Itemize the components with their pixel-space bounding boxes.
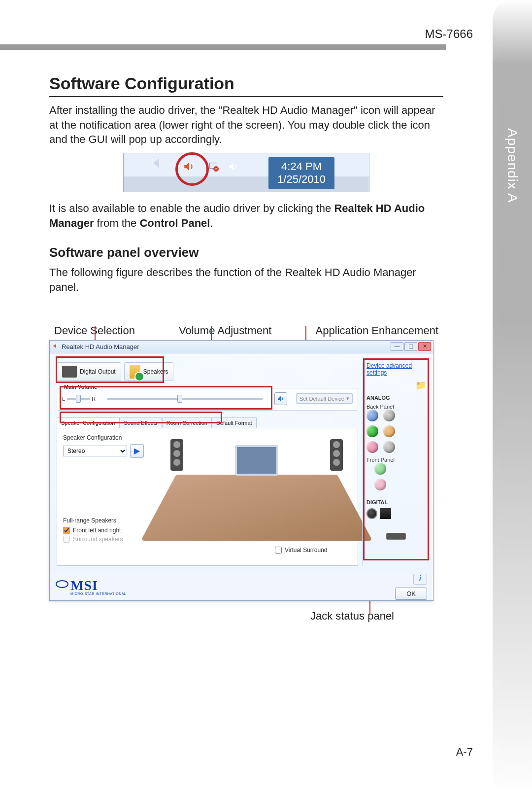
digital-jacks (366, 508, 426, 519)
room-speaker-left-icon (170, 439, 183, 471)
main-volume-box: Main Volume L R Set Default (57, 388, 358, 411)
sound-icon (277, 395, 285, 403)
realtek-tray-icon[interactable] (182, 159, 197, 174)
side-panel: Device advanced settings 📁 ANALOG Back P… (362, 362, 426, 566)
speaker-config-label: Speaker Configuration (63, 434, 152, 441)
tab-panel: Speaker Configuration Stereo ▶ Full-rang… (57, 428, 358, 566)
intro-paragraph: After installing the audio driver, the "… (49, 103, 443, 147)
balance-slider[interactable]: L R (62, 396, 96, 402)
tray-time: 4:24 PM (277, 160, 326, 173)
device-digital-label: Digital Output (80, 368, 116, 375)
device-speakers-label: Speakers (143, 368, 168, 375)
volume-slider[interactable] (107, 398, 263, 400)
speaker-config-select[interactable]: Stereo (63, 446, 127, 456)
jack-green[interactable] (366, 425, 378, 437)
tab-sound-effects[interactable]: Sound Effects (119, 417, 162, 428)
digital-coax-icon[interactable] (366, 508, 377, 519)
chk-virtual-surround[interactable]: Virtual Surround (275, 547, 328, 554)
titlebar: Realtek HD Audio Manager — ▢ ✕ (50, 341, 433, 353)
main-panel: Digital Output Speakers Main Volume L (57, 362, 358, 566)
window-controls: — ▢ ✕ (391, 342, 431, 351)
tab-room-correction[interactable]: Room Correction (162, 417, 212, 428)
jack-grey-1[interactable] (383, 410, 395, 421)
page-number: A-7 (456, 746, 473, 759)
anno-jack-status: Jack status panel (49, 610, 443, 623)
device-advanced-settings-link[interactable]: Device advanced settings (366, 362, 426, 376)
test-play-button[interactable]: ▶ (130, 444, 144, 458)
anno-application-enhancement: Application Enhancement (316, 324, 439, 337)
anno-volume-adjustment: Volume Adjustment (179, 324, 271, 337)
digital-optical-icon[interactable] (380, 508, 391, 519)
device-row: Digital Output Speakers (57, 362, 358, 381)
main-volume-label: Main Volume (62, 384, 99, 390)
window-title: Realtek HD Audio Manager (62, 343, 139, 350)
tab-speaker-configuration[interactable]: Speaker Configuration (57, 417, 119, 428)
window-footer: MSI MICRO-STAR INTERNATIONAL i OK (50, 573, 433, 600)
tab-default-format[interactable]: Default Format (212, 417, 257, 428)
subheading-overview: Software panel overview (49, 245, 443, 260)
jack-grey-2[interactable] (383, 441, 395, 453)
side-tab-label: Appendix A (504, 128, 520, 203)
balance-thumb[interactable] (76, 395, 81, 403)
close-button[interactable]: ✕ (418, 342, 431, 351)
back-panel-jacks (366, 410, 426, 453)
msi-subtext: MICRO-STAR INTERNATIONAL (70, 592, 126, 595)
tray-clock[interactable]: 4:24 PM 1/25/2010 (268, 157, 334, 189)
info-button[interactable]: i (413, 574, 427, 585)
section-title: Software Configuration (49, 74, 443, 97)
front-panel-jacks (374, 463, 426, 490)
speakers-icon (130, 365, 140, 379)
volume-tray-icon[interactable] (226, 159, 241, 174)
set-default-device[interactable]: Set Default Device ▾ (296, 393, 353, 404)
svg-rect-2 (215, 169, 218, 170)
fp-jack-2[interactable] (374, 479, 386, 490)
realtek-window: Realtek HD Audio Manager — ▢ ✕ Digital O… (49, 340, 433, 601)
jack-blue[interactable] (366, 410, 378, 421)
anno-device-selection: Device Selection (54, 324, 135, 337)
systray-figure: 4:24 PM 1/25/2010 (123, 153, 369, 192)
hdmi-port-icon[interactable] (386, 533, 406, 540)
tray-expand-arrow-icon (153, 158, 159, 168)
digital-title: DIGITAL (366, 499, 426, 505)
room-floor (141, 475, 373, 541)
chk-surround: Surround speakers (63, 536, 152, 543)
control-panel-paragraph: It is also available to enable the audio… (49, 201, 443, 230)
tray-date: 1/25/2010 (277, 173, 326, 186)
header-rule (0, 44, 446, 50)
speaker-config-left: Speaker Configuration Stereo ▶ Full-rang… (63, 434, 152, 559)
ok-button[interactable]: OK (395, 588, 427, 600)
room-illustration: Virtual Surround (162, 434, 352, 559)
overview-paragraph: The following figure describes the funct… (49, 265, 443, 294)
content-area: Software Configuration After installing … (49, 74, 443, 623)
mute-button[interactable] (274, 392, 287, 405)
front-panel-label: Front Panel (366, 457, 426, 463)
annotation-row: Device Selection Volume Adjustment Appli… (49, 324, 443, 337)
balance-track (67, 398, 90, 400)
realtek-figure: Realtek HD Audio Manager — ▢ ✕ Digital O… (49, 340, 443, 623)
full-range-title: Full-range Speakers (63, 517, 152, 524)
fp-jack-1[interactable] (374, 463, 386, 475)
back-panel-label: Back Panel (366, 404, 426, 410)
digital-output-icon (62, 366, 77, 378)
maximize-button[interactable]: ▢ (404, 342, 417, 351)
device-digital-output[interactable]: Digital Output (57, 362, 121, 381)
volume-thumb[interactable] (177, 395, 182, 403)
minimize-button[interactable]: — (391, 342, 403, 351)
model-number: MS-7666 (425, 27, 473, 41)
jack-orange[interactable] (383, 425, 395, 437)
jack-pink[interactable] (366, 441, 378, 453)
window-body: Digital Output Speakers Main Volume L (50, 353, 433, 573)
msi-logo: MSI MICRO-STAR INTERNATIONAL (56, 578, 126, 595)
folder-icon[interactable]: 📁 (366, 380, 426, 391)
chk-front-lr[interactable]: Front left and right (63, 527, 152, 534)
analog-title: ANALOG (366, 395, 426, 401)
room-speaker-right-icon (330, 439, 343, 471)
full-range-box: Full-range Speakers Front left and right… (63, 517, 152, 543)
network-tray-icon[interactable] (206, 159, 221, 174)
room-monitor-icon (235, 445, 278, 476)
page: MS-7666 Appendix A Software Configuratio… (0, 0, 532, 798)
tab-row: Speaker Configuration Sound Effects Room… (57, 417, 358, 428)
chevron-down-icon: ▾ (346, 395, 349, 402)
device-speakers[interactable]: Speakers (124, 362, 174, 381)
speaker-titlebar-icon (53, 343, 60, 351)
